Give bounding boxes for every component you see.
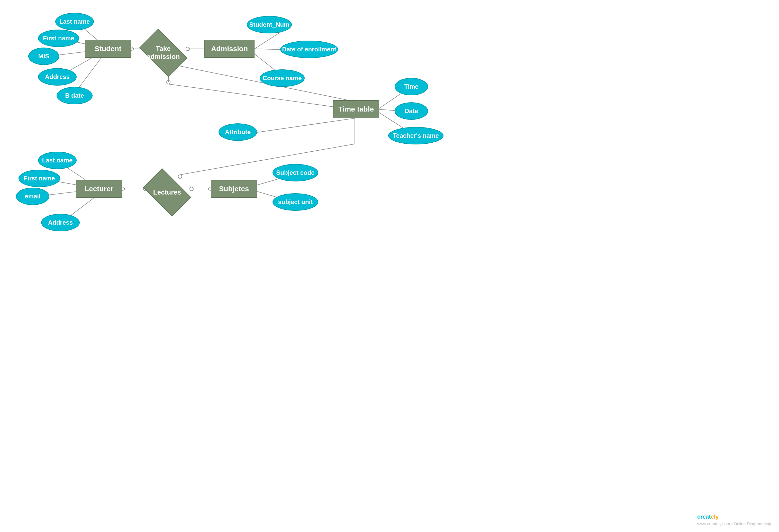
svg-line-36 [208,189,211,191]
attr-admission-coursename[interactable]: Course name [260,69,305,87]
watermark-create: creat [697,514,711,520]
watermark-ly: ely [711,514,719,520]
attr-lec-address[interactable]: Address [41,214,80,231]
svg-line-31 [122,189,125,191]
attr-sub-code-label: Subject code [276,169,314,176]
svg-line-7 [131,49,134,51]
attr-admission-studentnum-label: Student_Num [249,21,290,28]
attr-student-address[interactable]: Address [38,68,77,85]
svg-line-19 [168,64,355,102]
entity-lecturer[interactable]: Lecturer [76,180,122,198]
attr-student-firstname-label: First name [43,35,74,42]
entity-lectures[interactable]: Lectures [144,177,190,208]
attr-student-bdate[interactable]: B date [57,87,93,104]
svg-line-6 [131,47,134,49]
attr-student-mis[interactable]: MIS [28,48,59,65]
attr-student-lastname[interactable]: Last name [55,13,94,30]
svg-line-18 [168,84,355,110]
attr-student-mis-label: MIS [38,53,49,60]
entity-timetable[interactable]: Time table [333,100,379,118]
attr-admission-dateenroll-label: Date of enrollment [282,46,336,53]
entity-timetable-label: Time table [338,105,374,113]
attr-tt-date-label: Date [405,108,418,115]
attr-tt-time-label: Time [404,83,419,90]
entity-admission-label: Admission [211,45,248,53]
entity-admission[interactable]: Admission [204,40,254,58]
attr-student-firstname[interactable]: First name [38,29,79,47]
attr-lec-lastname-label: Last name [42,157,73,164]
svg-point-10 [186,47,189,51]
attr-sub-unit-label: subject unit [278,198,313,206]
attr-lec-email-label: email [25,193,40,200]
svg-line-35 [208,187,211,189]
attr-tt-teacher-label: Teacher's name [393,132,439,139]
attr-tt-time[interactable]: Time [395,78,428,95]
svg-line-30 [122,187,125,189]
watermark-sub: www.creately.com • Online Diagramming [697,522,771,526]
attr-student-address-label: Address [45,73,70,80]
svg-line-27 [180,144,355,175]
lectures-label: Lectures [153,188,181,196]
entity-student[interactable]: Student [85,40,131,58]
attr-sub-code[interactable]: Subject code [273,164,318,182]
connection-lines [0,0,779,532]
take-admission-label: Take admission [140,45,186,61]
attr-admission-dateenroll[interactable]: Date of enrollment [280,41,338,58]
attr-lec-firstname[interactable]: First name [18,170,60,187]
attr-student-lastname-label: Last name [59,18,90,25]
attr-lec-lastname[interactable]: Last name [38,152,77,169]
attr-student-bdate-label: B date [65,92,84,99]
attr-tt-teacher[interactable]: Teacher's name [388,127,443,144]
er-diagram: Student Take admission Admission Time ta… [0,0,779,532]
attr-tt-attribute-label: Attribute [225,129,251,136]
attr-admission-coursename-label: Course name [262,74,302,82]
svg-point-34 [190,187,193,191]
entity-lecturer-label: Lecturer [84,185,113,193]
attr-sub-unit[interactable]: subject unit [273,193,318,211]
entity-subjetcs-label: Subjetcs [219,185,249,193]
attr-lec-email[interactable]: email [16,188,49,205]
svg-point-17 [167,80,170,84]
attr-tt-attribute[interactable]: Attribute [219,123,257,141]
svg-line-25 [257,118,355,132]
attr-admission-studentnum[interactable]: Student_Num [247,16,292,34]
watermark: creately www.creately.com • Online Diagr… [697,514,771,527]
entity-take-admission[interactable]: Take admission [140,37,186,68]
entity-student-label: Student [95,45,121,53]
attr-lec-firstname-label: First name [24,175,55,182]
entity-subjetcs[interactable]: Subjetcs [211,180,257,198]
attr-lec-address-label: Address [48,219,73,226]
attr-tt-date[interactable]: Date [395,102,428,120]
